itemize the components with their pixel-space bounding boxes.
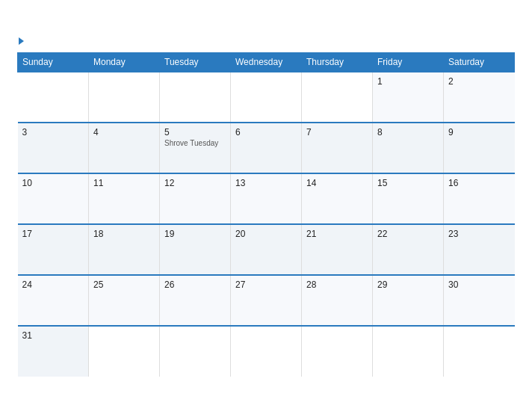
- calendar-day-cell: 5Shrove Tuesday: [160, 123, 231, 173]
- calendar-day-cell: 16: [444, 173, 515, 224]
- calendar-day-cell: 8: [373, 123, 444, 173]
- day-number: 2: [448, 76, 510, 87]
- day-number: 30: [448, 279, 510, 290]
- calendar-day-cell: 13: [231, 173, 302, 224]
- day-number: 20: [235, 229, 297, 239]
- day-number: 27: [235, 279, 297, 290]
- calendar-day-cell: 21: [302, 224, 373, 275]
- weekday-header-row: SundayMondayTuesdayWednesdayThursdayFrid…: [18, 53, 515, 72]
- day-number: 23: [448, 229, 510, 239]
- calendar-week-row: 31: [18, 326, 515, 377]
- calendar-day-cell: [18, 72, 89, 123]
- day-number: 7: [306, 127, 368, 137]
- calendar-day-cell: 29: [373, 275, 444, 326]
- day-number: 10: [22, 178, 84, 188]
- calendar-day-cell: 7: [302, 123, 373, 173]
- weekday-header-monday: Monday: [89, 53, 160, 72]
- day-number: 6: [235, 127, 297, 137]
- calendar-day-cell: [160, 326, 231, 377]
- day-number: 14: [306, 178, 368, 188]
- calendar-day-cell: [231, 326, 302, 377]
- day-number: 17: [22, 229, 84, 239]
- calendar-table: SundayMondayTuesdayWednesdayThursdayFrid…: [17, 52, 515, 377]
- calendar-day-cell: 10: [18, 173, 89, 224]
- weekday-header-friday: Friday: [373, 53, 444, 72]
- calendar-day-cell: 12: [160, 173, 231, 224]
- calendar-day-cell: 26: [160, 275, 231, 326]
- calendar-week-row: 12: [18, 72, 515, 123]
- day-number: 28: [306, 279, 368, 290]
- calendar-day-cell: 11: [89, 173, 160, 224]
- weekday-header-tuesday: Tuesday: [160, 53, 231, 72]
- calendar-day-cell: 17: [18, 224, 89, 275]
- calendar-day-cell: 18: [89, 224, 160, 275]
- calendar-day-cell: 2: [444, 72, 515, 123]
- calendar-day-cell: 31: [18, 326, 89, 377]
- calendar: SundayMondayTuesdayWednesdayThursdayFrid…: [8, 25, 524, 386]
- calendar-day-cell: [302, 326, 373, 377]
- calendar-day-cell: 4: [89, 123, 160, 173]
- day-number: 1: [377, 76, 439, 87]
- calendar-header-row: SundayMondayTuesdayWednesdayThursdayFrid…: [18, 53, 515, 72]
- day-number: 19: [164, 229, 226, 239]
- day-number: 4: [93, 127, 155, 137]
- logo-triangle-icon: [19, 37, 24, 45]
- calendar-day-cell: 25: [89, 275, 160, 326]
- calendar-week-row: 17181920212223: [18, 224, 515, 275]
- calendar-day-cell: [302, 72, 373, 123]
- calendar-day-cell: [444, 326, 515, 377]
- logo: [17, 37, 25, 45]
- calendar-day-cell: 19: [160, 224, 231, 275]
- day-number: 11: [93, 178, 155, 188]
- day-number: 31: [22, 330, 84, 341]
- weekday-header-thursday: Thursday: [302, 53, 373, 72]
- weekday-header-saturday: Saturday: [444, 53, 515, 72]
- calendar-day-cell: 30: [444, 275, 515, 326]
- calendar-body: 12345Shrove Tuesday678910111213141516171…: [18, 72, 515, 377]
- calendar-header: [17, 37, 515, 45]
- calendar-day-cell: 27: [231, 275, 302, 326]
- day-number: 15: [377, 178, 439, 188]
- weekday-header-sunday: Sunday: [18, 53, 89, 72]
- calendar-week-row: 10111213141516: [18, 173, 515, 224]
- day-number: 18: [93, 229, 155, 239]
- logo-blue-text: [17, 37, 25, 45]
- calendar-day-cell: [89, 326, 160, 377]
- day-number: 25: [93, 279, 155, 290]
- day-number: 24: [22, 279, 84, 290]
- day-number: 21: [306, 229, 368, 239]
- day-number: 8: [377, 127, 439, 137]
- calendar-day-cell: 1: [373, 72, 444, 123]
- calendar-day-cell: 20: [231, 224, 302, 275]
- calendar-week-row: 345Shrove Tuesday6789: [18, 123, 515, 173]
- calendar-day-cell: [89, 72, 160, 123]
- calendar-day-cell: 6: [231, 123, 302, 173]
- calendar-day-cell: 3: [18, 123, 89, 173]
- calendar-day-cell: 22: [373, 224, 444, 275]
- calendar-day-cell: [231, 72, 302, 123]
- calendar-day-cell: 23: [444, 224, 515, 275]
- calendar-day-cell: 28: [302, 275, 373, 326]
- day-number: 29: [377, 279, 439, 290]
- calendar-day-cell: [160, 72, 231, 123]
- day-number: 16: [448, 178, 510, 188]
- day-number: 5: [164, 127, 226, 137]
- day-number: 3: [22, 127, 84, 137]
- calendar-day-cell: [373, 326, 444, 377]
- calendar-day-cell: 9: [444, 123, 515, 173]
- day-number: 26: [164, 279, 226, 290]
- weekday-header-wednesday: Wednesday: [231, 53, 302, 72]
- calendar-week-row: 24252627282930: [18, 275, 515, 326]
- day-number: 9: [448, 127, 510, 137]
- day-event: Shrove Tuesday: [164, 139, 226, 147]
- day-number: 13: [235, 178, 297, 188]
- calendar-day-cell: 24: [18, 275, 89, 326]
- day-number: 12: [164, 178, 226, 188]
- calendar-day-cell: 14: [302, 173, 373, 224]
- calendar-day-cell: 15: [373, 173, 444, 224]
- day-number: 22: [377, 229, 439, 239]
